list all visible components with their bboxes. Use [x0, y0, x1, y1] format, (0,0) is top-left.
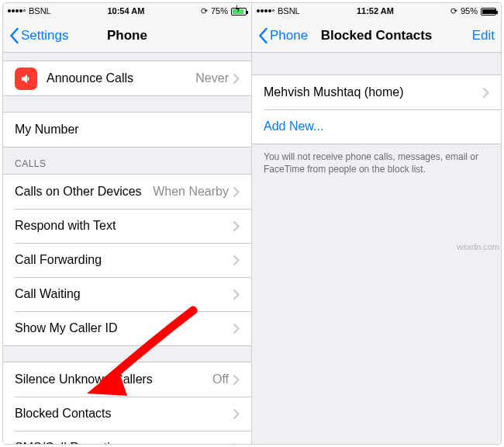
row-label: Blocked Contacts	[15, 407, 233, 421]
sms-call-reporting-row[interactable]: SMS/Call Reporting	[3, 431, 251, 444]
battery-icon: ϟ	[231, 6, 247, 16]
chevron-right-icon	[233, 324, 240, 334]
nav-bar: Settings Phone	[3, 19, 251, 53]
clock: 10:54 AM	[107, 6, 144, 16]
add-new-row[interactable]: Add New...	[252, 109, 501, 144]
back-label: Settings	[21, 28, 68, 43]
chevron-right-icon	[233, 409, 240, 419]
chevron-right-icon	[233, 255, 240, 265]
orientation-lock-icon: ⟳	[450, 6, 457, 16]
phone-settings-screen: BSNL 10:54 AM ⟳ 75% ϟ Settings Phone	[3, 3, 252, 444]
row-label: Announce Calls	[47, 71, 195, 85]
blocked-contacts-screen: BSNL 11:52 AM ⟳ 95% Phone Blocked Contac…	[252, 3, 501, 444]
section-header-calls: CALLS	[3, 154, 251, 174]
call-forwarding-row[interactable]: Call Forwarding	[3, 243, 251, 277]
signal-icon	[8, 9, 26, 12]
row-label: Call Forwarding	[15, 253, 233, 267]
respond-with-text-row[interactable]: Respond with Text	[3, 209, 251, 243]
carrier-label: BSNL	[29, 6, 51, 16]
blocked-contact-row[interactable]: Mehvish Mushtaq (home)	[252, 75, 501, 109]
battery-percent: 95%	[461, 6, 478, 16]
chevron-right-icon	[233, 221, 240, 231]
back-label: Phone	[270, 28, 308, 43]
row-label: Show My Caller ID	[15, 321, 233, 335]
nav-bar: Phone Blocked Contacts Edit	[252, 19, 501, 53]
blocked-contacts-row[interactable]: Blocked Contacts	[3, 397, 251, 431]
signal-icon	[257, 9, 274, 12]
row-label: My Number	[15, 123, 240, 137]
chevron-left-icon	[258, 28, 268, 43]
chevron-right-icon	[233, 74, 240, 84]
back-button[interactable]: Settings	[9, 28, 68, 43]
edit-button[interactable]: Edit	[472, 28, 495, 43]
clock: 11:52 AM	[357, 6, 394, 16]
battery-percent: 75%	[211, 6, 228, 16]
status-bar: BSNL 11:52 AM ⟳ 95%	[252, 3, 501, 19]
chevron-right-icon	[233, 187, 240, 197]
orientation-lock-icon: ⟳	[201, 6, 208, 16]
row-label: SMS/Call Reporting	[15, 441, 233, 444]
carrier-label: BSNL	[278, 6, 300, 16]
watermark: wsxdn.com	[457, 242, 499, 251]
chevron-right-icon	[233, 289, 240, 300]
speaker-icon	[15, 68, 37, 90]
footer-note: You will not receive phone calls, messag…	[252, 144, 501, 182]
announce-calls-row[interactable]: Announce Calls Never	[3, 61, 251, 95]
row-value: Off	[212, 372, 229, 386]
show-caller-id-row[interactable]: Show My Caller ID	[3, 311, 251, 345]
row-label: Calls on Other Devices	[15, 185, 153, 199]
battery-icon	[481, 6, 496, 16]
chevron-left-icon	[9, 28, 19, 43]
chevron-right-icon	[483, 88, 489, 98]
call-waiting-row[interactable]: Call Waiting	[3, 277, 251, 311]
row-value: When Nearby	[153, 185, 229, 199]
row-label: Call Waiting	[15, 287, 233, 301]
status-bar: BSNL 10:54 AM ⟳ 75% ϟ	[3, 3, 251, 19]
row-value: Never	[195, 71, 229, 85]
silence-unknown-row[interactable]: Silence Unknown Callers Off	[3, 362, 251, 397]
back-button[interactable]: Phone	[258, 28, 308, 43]
chevron-right-icon	[233, 375, 240, 385]
row-label: Silence Unknown Callers	[15, 372, 212, 386]
row-label: Add New...	[264, 120, 489, 133]
row-label: Respond with Text	[15, 219, 233, 233]
chevron-right-icon	[233, 443, 240, 445]
my-number-row[interactable]: My Number	[3, 113, 251, 147]
calls-other-devices-row[interactable]: Calls on Other Devices When Nearby	[3, 175, 251, 209]
row-label: Mehvish Mushtaq (home)	[264, 85, 483, 99]
